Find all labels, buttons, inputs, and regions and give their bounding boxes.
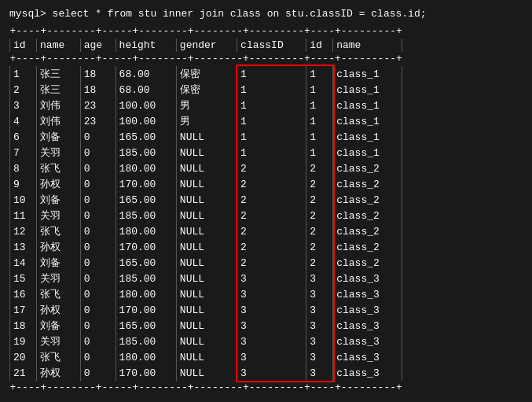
cell-12-2: 0 (80, 255, 116, 271)
cell-10-0: 12 (10, 223, 37, 239)
cell-0-1: 张三 (37, 66, 81, 82)
cell-0-0: 1 (10, 66, 37, 82)
cell-12-5: 2 (237, 255, 306, 271)
cell-1-1: 张三 (37, 82, 81, 98)
cell-2-3: 100.00 (116, 98, 176, 113)
cell-7-1: 孙权 (37, 176, 81, 192)
cell-17-2: 0 (80, 334, 116, 349)
cell-3-4: 男 (176, 113, 237, 129)
cell-5-2: 0 (80, 145, 116, 160)
table-row: 12张飞0180.00NULL22class_2 (10, 223, 402, 239)
cell-5-6: 1 (306, 145, 333, 160)
cell-5-0: 7 (10, 145, 37, 160)
cell-11-0: 13 (10, 239, 37, 255)
cell-17-4: NULL (176, 334, 237, 349)
cell-9-4: NULL (176, 208, 237, 223)
cell-16-0: 18 (10, 318, 37, 334)
cell-4-4: NULL (176, 129, 237, 145)
cell-8-2: 0 (80, 192, 116, 208)
terminal-window: mysql> select * from stu inner join clas… (9, 8, 523, 402)
table-row: 13孙权0170.00NULL22class_2 (10, 239, 402, 255)
col-header-gender: gender (176, 39, 237, 52)
cell-10-4: NULL (176, 223, 237, 239)
cell-13-5: 3 (237, 271, 306, 286)
table-row: 17孙权0170.00NULL33class_3 (10, 302, 402, 318)
col-header-id: id (306, 39, 333, 52)
cell-16-2: 0 (80, 318, 116, 334)
cell-14-2: 0 (80, 286, 116, 302)
cell-2-0: 3 (10, 98, 37, 113)
table-row: 20张飞0180.00NULL33class_3 (10, 349, 402, 365)
command-line: mysql> select * from stu inner join clas… (9, 8, 523, 20)
cell-18-5: 3 (237, 349, 306, 365)
cell-16-5: 3 (237, 318, 306, 334)
cell-11-5: 2 (237, 239, 306, 255)
cell-17-5: 3 (237, 334, 306, 349)
cell-19-3: 170.00 (116, 365, 176, 381)
cell-9-0: 11 (10, 208, 37, 223)
cell-14-1: 张飞 (37, 286, 81, 302)
cell-4-2: 0 (80, 129, 116, 145)
cell-5-3: 185.00 (116, 145, 176, 160)
cell-7-7: class_2 (333, 176, 402, 192)
cell-17-7: class_3 (333, 334, 402, 349)
cell-5-1: 关羽 (37, 145, 81, 160)
cell-4-5: 1 (237, 129, 306, 145)
cell-13-2: 0 (80, 271, 116, 286)
cell-10-6: 2 (306, 223, 333, 239)
cell-1-3: 68.00 (116, 82, 176, 98)
cell-9-1: 关羽 (37, 208, 81, 223)
cell-3-7: class_1 (333, 113, 402, 129)
cell-19-7: class_3 (333, 365, 402, 381)
cell-8-3: 165.00 (116, 192, 176, 208)
cell-12-1: 刘备 (37, 255, 81, 271)
cell-6-2: 0 (80, 160, 116, 176)
cell-3-5: 1 (237, 113, 306, 129)
cell-19-2: 0 (80, 365, 116, 381)
cell-14-6: 3 (306, 286, 333, 302)
col-header-id: id (10, 39, 37, 52)
cell-4-6: 1 (306, 129, 333, 145)
cell-19-6: 3 (306, 365, 333, 381)
cell-15-4: NULL (176, 302, 237, 318)
cell-7-5: 2 (237, 176, 306, 192)
cell-7-4: NULL (176, 176, 237, 192)
cell-9-5: 2 (237, 208, 306, 223)
cell-4-7: class_1 (333, 129, 402, 145)
cell-17-3: 185.00 (116, 334, 176, 349)
cell-0-6: 1 (306, 66, 333, 82)
cell-18-0: 20 (10, 349, 37, 365)
sql-command: select * from stu inner join class on st… (46, 8, 427, 20)
col-header-classID: classID (237, 39, 306, 52)
cell-15-5: 3 (237, 302, 306, 318)
table-row: 19关羽0185.00NULL33class_3 (10, 334, 402, 349)
cell-2-1: 刘伟 (37, 98, 81, 113)
cell-14-0: 16 (10, 286, 37, 302)
cell-13-7: class_3 (333, 271, 402, 286)
cell-0-7: class_1 (333, 66, 402, 82)
cell-2-5: 1 (237, 98, 306, 113)
cell-6-6: 2 (306, 160, 333, 176)
cell-16-4: NULL (176, 318, 237, 334)
result-table: +----+--------+-----+--------+--------+-… (9, 24, 402, 396)
cell-12-7: class_2 (333, 255, 402, 271)
cell-13-3: 185.00 (116, 271, 176, 286)
cell-17-1: 关羽 (37, 334, 81, 349)
cell-11-1: 孙权 (37, 239, 81, 255)
cell-18-3: 180.00 (116, 349, 176, 365)
table-row: 18刘备0165.00NULL33class_3 (10, 318, 402, 334)
cell-1-7: class_1 (333, 82, 402, 98)
cell-12-6: 2 (306, 255, 333, 271)
table-row: 8张飞0180.00NULL22class_2 (10, 160, 402, 176)
cell-15-0: 17 (10, 302, 37, 318)
cell-3-2: 23 (80, 113, 116, 129)
cell-8-4: NULL (176, 192, 237, 208)
cell-10-3: 180.00 (116, 223, 176, 239)
cell-9-6: 2 (306, 208, 333, 223)
cell-9-3: 185.00 (116, 208, 176, 223)
cell-11-6: 2 (306, 239, 333, 255)
table-row: 14刘备0165.00NULL22class_2 (10, 255, 402, 271)
cell-16-1: 刘备 (37, 318, 81, 334)
cell-10-7: class_2 (333, 223, 402, 239)
table-row: 21孙权0170.00NULL33class_3 (10, 365, 402, 381)
